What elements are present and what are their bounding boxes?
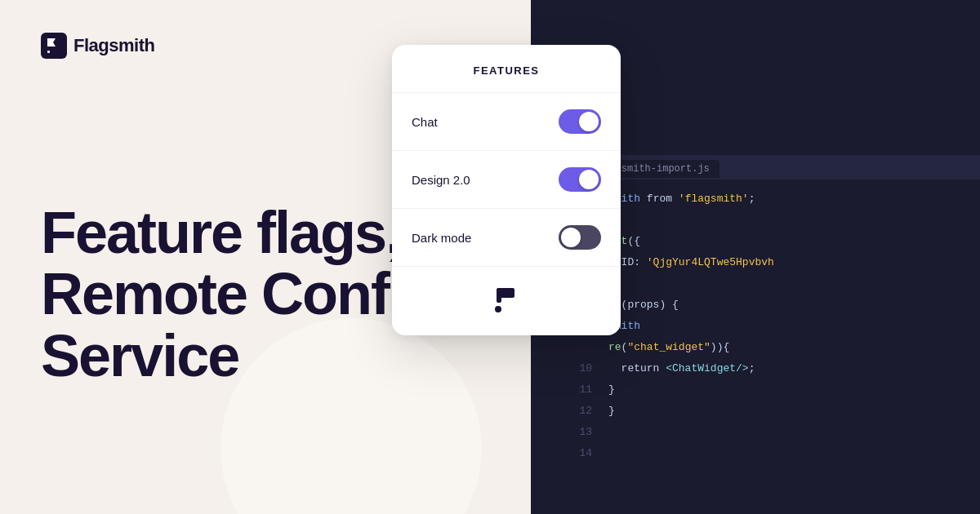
feature-name-chat: Chat: [412, 115, 438, 129]
code-line: smith: [572, 315, 980, 336]
code-line: 10 return <ChatWidget/>;: [572, 357, 980, 379]
code-line: 14: [572, 442, 980, 463]
code-line: nit({: [572, 230, 980, 251]
features-flagsmith-logo-icon: [490, 285, 523, 317]
features-title: FEATURES: [473, 64, 539, 77]
toggle-chat[interactable]: [559, 109, 601, 134]
features-header: FEATURES: [392, 45, 621, 93]
toggle-darkmode[interactable]: [559, 225, 601, 250]
code-line: 12 }: [572, 400, 980, 421]
features-footer: [392, 267, 621, 335]
toggle-thumb-darkmode: [561, 228, 581, 247]
flagsmith-logo-icon: [41, 33, 67, 59]
code-line: re("chat_widget")){: [572, 336, 980, 357]
svg-point-2: [495, 306, 501, 312]
hero-line3: Service: [41, 323, 238, 388]
code-line: 11 }: [572, 379, 980, 400]
code-editor: smith from 'flagsmith'; nit({ ntID: 'Qjg…: [572, 179, 980, 514]
toggle-thumb-chat: [579, 112, 599, 131]
svg-rect-1: [47, 51, 50, 53]
code-line: in(props) {: [572, 294, 980, 315]
editor-tabbar: flagsmith-import.js: [572, 155, 980, 183]
code-line: smith from 'flagsmith';: [572, 188, 980, 209]
code-line: 13: [572, 421, 980, 442]
toggle-thumb-design: [579, 170, 599, 189]
feature-name-design: Design 2.0: [412, 173, 470, 187]
code-line: [572, 209, 980, 230]
code-line: [572, 273, 980, 294]
feature-row-design: Design 2.0: [392, 151, 621, 209]
feature-row-chat: Chat: [392, 93, 621, 151]
hero-line1: Feature flags,: [41, 200, 400, 265]
logo-text: Flagsmith: [74, 35, 154, 56]
feature-row-darkmode: Dark mode: [392, 209, 621, 267]
toggle-design[interactable]: [559, 167, 601, 192]
features-card: FEATURES Chat Design 2.0 Dark mode: [392, 45, 621, 335]
code-line: ntID: 'QjgYur4LQTwe5Hpvbvh: [572, 251, 980, 273]
hero-heading: Feature flags, Remote Config Service: [41, 202, 438, 388]
feature-name-darkmode: Dark mode: [412, 231, 471, 245]
hero-line2: Remote Config: [41, 261, 438, 326]
